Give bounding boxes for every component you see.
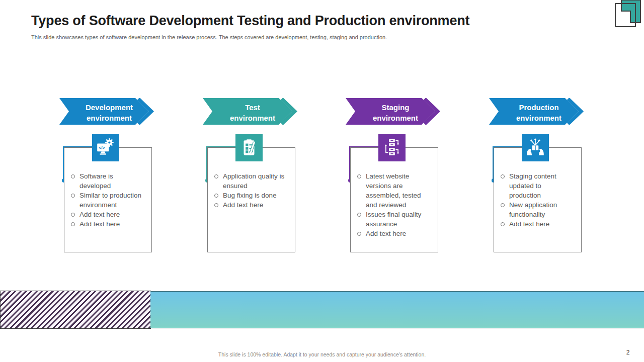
column-production: Production environment Staging content u…	[489, 98, 590, 259]
list-item: Application quality is ensured	[213, 171, 293, 191]
list-item: New application functionality	[500, 200, 580, 219]
page-title: Types of Software Development Testing an…	[31, 13, 595, 29]
list-item: Add text here	[70, 210, 150, 219]
bullet-circle-icon	[71, 174, 75, 178]
bullet-circle-icon	[357, 174, 361, 178]
bullet-circle-icon	[501, 174, 505, 178]
svg-text:</>: </>	[99, 145, 105, 150]
list-item: Bug fixing is done	[213, 191, 293, 200]
list-item: Add text here	[500, 219, 580, 229]
list-item: Add text here	[70, 219, 150, 229]
production-hands-icon	[522, 134, 549, 161]
bullet-circle-icon	[214, 174, 218, 178]
list-item: Similar to production environment	[70, 191, 150, 210]
test-checklist-icon	[235, 134, 263, 161]
bullet-circle-icon	[71, 213, 75, 217]
bullet-circle-icon	[214, 194, 218, 198]
list-item: Latest website versions are assembled, t…	[356, 171, 436, 210]
bullet-circle-icon	[71, 222, 75, 226]
list-item: Software is developed	[70, 171, 150, 191]
footer-note: This slide is 100% editable. Adapt it to…	[0, 351, 644, 357]
bullet-circle-icon	[214, 203, 218, 207]
code-monitor-icon: </>	[92, 134, 119, 161]
slide-subtitle: This slide showcases types of software d…	[31, 34, 534, 40]
banner-title: Production environment	[496, 102, 582, 124]
page-number: 2	[622, 349, 634, 356]
list-item: Add text here	[356, 229, 436, 238]
banner-title: Test environment	[210, 102, 295, 124]
banner-title: Staging environment	[353, 102, 438, 124]
column-development: Development environment </> Software is …	[59, 98, 160, 259]
bullet-circle-icon	[501, 203, 505, 207]
bullet-circle-icon	[501, 222, 505, 226]
staging-flow-icon	[378, 134, 406, 161]
column-test: Test environment Application quality is …	[203, 98, 303, 259]
banner-title: Development environment	[66, 102, 152, 124]
list-item: Issues final quality assurance	[356, 210, 436, 229]
bullet-circle-icon	[71, 194, 75, 198]
bullet-circle-icon	[357, 232, 361, 236]
hatched-stripe-decor	[0, 291, 151, 329]
brand-logo-icon	[613, 0, 644, 31]
list-item: Staging content updated to production	[500, 171, 580, 200]
gradient-stripe-decor	[150, 291, 644, 328]
list-item: Add text here	[213, 200, 293, 210]
column-staging: Staging environment	[346, 98, 446, 259]
bullet-circle-icon	[357, 213, 361, 217]
